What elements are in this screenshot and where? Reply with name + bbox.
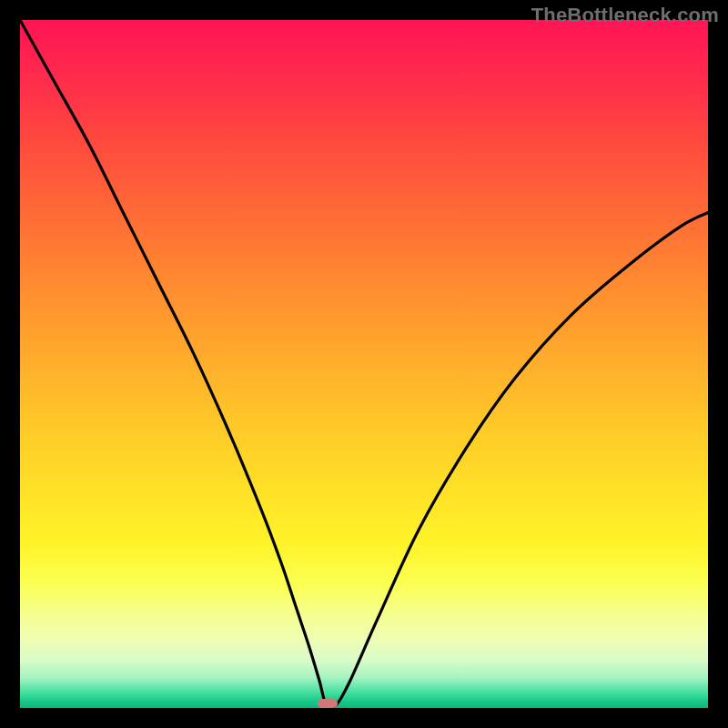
watermark-text: TheBottleneck.com [531,4,719,27]
plot-area [20,20,708,708]
bottleneck-curve-path [20,20,708,708]
curve-svg [20,20,708,708]
minimum-marker [318,699,338,708]
chart-frame: TheBottleneck.com [0,0,728,728]
